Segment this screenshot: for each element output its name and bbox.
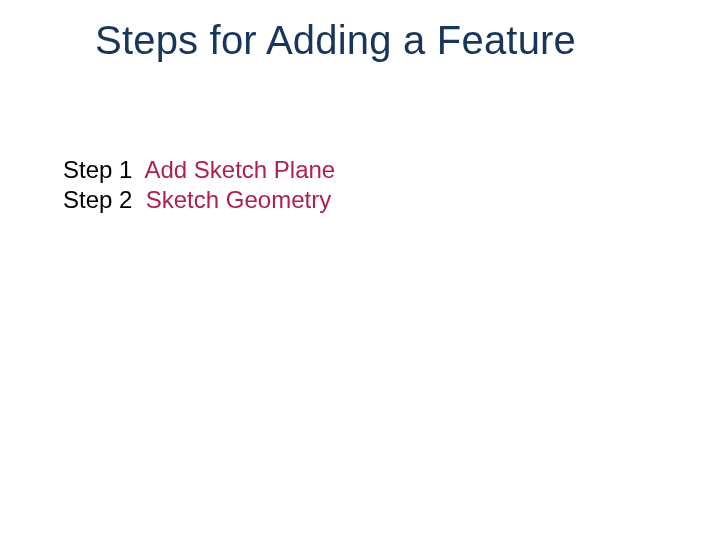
slide-title: Steps for Adding a Feature [95, 18, 576, 63]
step-label: Step 1 [63, 156, 132, 183]
steps-list: Step 1 Add Sketch Plane Step 2 Sketch Ge… [63, 155, 335, 215]
step-description: Add Sketch Plane [144, 156, 335, 183]
step-description: Sketch Geometry [146, 186, 331, 213]
step-row: Step 1 Add Sketch Plane [63, 155, 335, 185]
step-label: Step 2 [63, 186, 132, 213]
step-row: Step 2 Sketch Geometry [63, 185, 335, 215]
